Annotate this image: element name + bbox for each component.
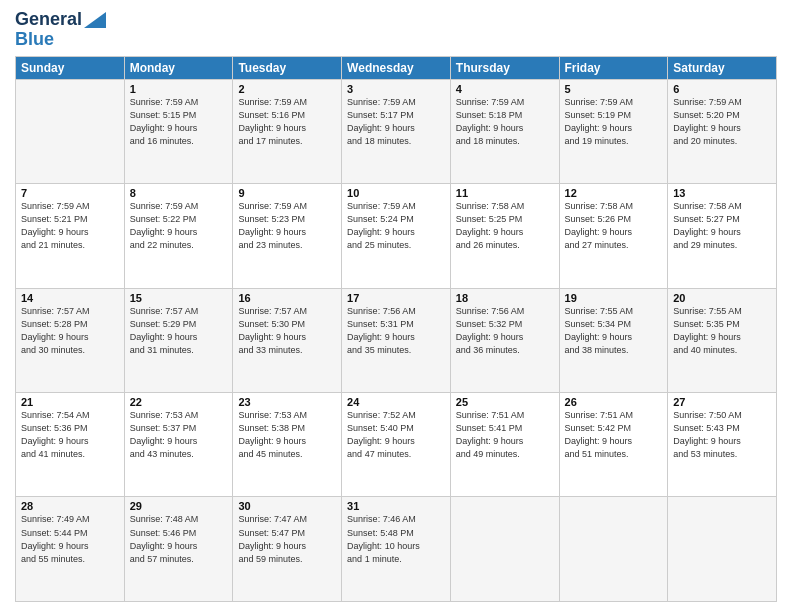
weekday-thursday: Thursday: [450, 56, 559, 79]
day-cell: 10Sunrise: 7:59 AM Sunset: 5:24 PM Dayli…: [342, 184, 451, 288]
day-info: Sunrise: 7:58 AM Sunset: 5:27 PM Dayligh…: [673, 200, 771, 252]
day-info: Sunrise: 7:48 AM Sunset: 5:46 PM Dayligh…: [130, 513, 228, 565]
day-info: Sunrise: 7:55 AM Sunset: 5:34 PM Dayligh…: [565, 305, 663, 357]
day-cell: 30Sunrise: 7:47 AM Sunset: 5:47 PM Dayli…: [233, 497, 342, 602]
day-cell: 14Sunrise: 7:57 AM Sunset: 5:28 PM Dayli…: [16, 288, 125, 392]
weekday-wednesday: Wednesday: [342, 56, 451, 79]
day-info: Sunrise: 7:58 AM Sunset: 5:26 PM Dayligh…: [565, 200, 663, 252]
day-number: 29: [130, 500, 228, 512]
day-number: 31: [347, 500, 445, 512]
day-number: 27: [673, 396, 771, 408]
day-info: Sunrise: 7:46 AM Sunset: 5:48 PM Dayligh…: [347, 513, 445, 565]
day-number: 10: [347, 187, 445, 199]
day-number: 23: [238, 396, 336, 408]
day-number: 7: [21, 187, 119, 199]
day-cell: 15Sunrise: 7:57 AM Sunset: 5:29 PM Dayli…: [124, 288, 233, 392]
day-cell: 18Sunrise: 7:56 AM Sunset: 5:32 PM Dayli…: [450, 288, 559, 392]
day-cell: 27Sunrise: 7:50 AM Sunset: 5:43 PM Dayli…: [668, 393, 777, 497]
day-cell: [16, 79, 125, 183]
day-cell: 20Sunrise: 7:55 AM Sunset: 5:35 PM Dayli…: [668, 288, 777, 392]
day-info: Sunrise: 7:49 AM Sunset: 5:44 PM Dayligh…: [21, 513, 119, 565]
day-info: Sunrise: 7:59 AM Sunset: 5:23 PM Dayligh…: [238, 200, 336, 252]
week-row-4: 28Sunrise: 7:49 AM Sunset: 5:44 PM Dayli…: [16, 497, 777, 602]
weekday-header-row: SundayMondayTuesdayWednesdayThursdayFrid…: [16, 56, 777, 79]
day-number: 4: [456, 83, 554, 95]
day-info: Sunrise: 7:53 AM Sunset: 5:37 PM Dayligh…: [130, 409, 228, 461]
day-number: 1: [130, 83, 228, 95]
week-row-0: 1Sunrise: 7:59 AM Sunset: 5:15 PM Daylig…: [16, 79, 777, 183]
day-cell: 23Sunrise: 7:53 AM Sunset: 5:38 PM Dayli…: [233, 393, 342, 497]
day-cell: [668, 497, 777, 602]
day-cell: 11Sunrise: 7:58 AM Sunset: 5:25 PM Dayli…: [450, 184, 559, 288]
day-number: 9: [238, 187, 336, 199]
day-cell: 6Sunrise: 7:59 AM Sunset: 5:20 PM Daylig…: [668, 79, 777, 183]
day-info: Sunrise: 7:59 AM Sunset: 5:19 PM Dayligh…: [565, 96, 663, 148]
day-number: 5: [565, 83, 663, 95]
svg-marker-0: [84, 12, 106, 28]
day-info: Sunrise: 7:56 AM Sunset: 5:31 PM Dayligh…: [347, 305, 445, 357]
page: General Blue SundayMondayTuesdayWednesda…: [0, 0, 792, 612]
day-cell: 21Sunrise: 7:54 AM Sunset: 5:36 PM Dayli…: [16, 393, 125, 497]
day-number: 16: [238, 292, 336, 304]
day-cell: 3Sunrise: 7:59 AM Sunset: 5:17 PM Daylig…: [342, 79, 451, 183]
week-row-1: 7Sunrise: 7:59 AM Sunset: 5:21 PM Daylig…: [16, 184, 777, 288]
day-cell: 16Sunrise: 7:57 AM Sunset: 5:30 PM Dayli…: [233, 288, 342, 392]
day-cell: [559, 497, 668, 602]
weekday-tuesday: Tuesday: [233, 56, 342, 79]
day-number: 25: [456, 396, 554, 408]
day-info: Sunrise: 7:56 AM Sunset: 5:32 PM Dayligh…: [456, 305, 554, 357]
day-info: Sunrise: 7:57 AM Sunset: 5:30 PM Dayligh…: [238, 305, 336, 357]
weekday-monday: Monday: [124, 56, 233, 79]
day-info: Sunrise: 7:54 AM Sunset: 5:36 PM Dayligh…: [21, 409, 119, 461]
day-cell: [450, 497, 559, 602]
day-number: 6: [673, 83, 771, 95]
day-info: Sunrise: 7:59 AM Sunset: 5:17 PM Dayligh…: [347, 96, 445, 148]
day-info: Sunrise: 7:59 AM Sunset: 5:16 PM Dayligh…: [238, 96, 336, 148]
day-number: 17: [347, 292, 445, 304]
logo-blue: Blue: [15, 30, 54, 50]
day-number: 3: [347, 83, 445, 95]
day-number: 30: [238, 500, 336, 512]
day-cell: 26Sunrise: 7:51 AM Sunset: 5:42 PM Dayli…: [559, 393, 668, 497]
day-number: 13: [673, 187, 771, 199]
day-number: 19: [565, 292, 663, 304]
day-cell: 31Sunrise: 7:46 AM Sunset: 5:48 PM Dayli…: [342, 497, 451, 602]
day-number: 26: [565, 396, 663, 408]
day-cell: 12Sunrise: 7:58 AM Sunset: 5:26 PM Dayli…: [559, 184, 668, 288]
day-info: Sunrise: 7:59 AM Sunset: 5:18 PM Dayligh…: [456, 96, 554, 148]
day-cell: 8Sunrise: 7:59 AM Sunset: 5:22 PM Daylig…: [124, 184, 233, 288]
day-info: Sunrise: 7:59 AM Sunset: 5:21 PM Dayligh…: [21, 200, 119, 252]
day-number: 22: [130, 396, 228, 408]
week-row-3: 21Sunrise: 7:54 AM Sunset: 5:36 PM Dayli…: [16, 393, 777, 497]
day-cell: 9Sunrise: 7:59 AM Sunset: 5:23 PM Daylig…: [233, 184, 342, 288]
day-cell: 13Sunrise: 7:58 AM Sunset: 5:27 PM Dayli…: [668, 184, 777, 288]
day-info: Sunrise: 7:51 AM Sunset: 5:42 PM Dayligh…: [565, 409, 663, 461]
day-number: 15: [130, 292, 228, 304]
day-cell: 1Sunrise: 7:59 AM Sunset: 5:15 PM Daylig…: [124, 79, 233, 183]
day-info: Sunrise: 7:52 AM Sunset: 5:40 PM Dayligh…: [347, 409, 445, 461]
weekday-sunday: Sunday: [16, 56, 125, 79]
day-cell: 22Sunrise: 7:53 AM Sunset: 5:37 PM Dayli…: [124, 393, 233, 497]
day-number: 8: [130, 187, 228, 199]
day-info: Sunrise: 7:57 AM Sunset: 5:28 PM Dayligh…: [21, 305, 119, 357]
day-info: Sunrise: 7:47 AM Sunset: 5:47 PM Dayligh…: [238, 513, 336, 565]
logo-general: General: [15, 10, 82, 30]
day-number: 2: [238, 83, 336, 95]
day-number: 24: [347, 396, 445, 408]
day-cell: 7Sunrise: 7:59 AM Sunset: 5:21 PM Daylig…: [16, 184, 125, 288]
day-number: 18: [456, 292, 554, 304]
day-cell: 28Sunrise: 7:49 AM Sunset: 5:44 PM Dayli…: [16, 497, 125, 602]
logo-icon: [84, 12, 106, 28]
day-info: Sunrise: 7:59 AM Sunset: 5:22 PM Dayligh…: [130, 200, 228, 252]
day-number: 21: [21, 396, 119, 408]
logo: General Blue: [15, 10, 106, 50]
day-info: Sunrise: 7:59 AM Sunset: 5:24 PM Dayligh…: [347, 200, 445, 252]
day-info: Sunrise: 7:59 AM Sunset: 5:20 PM Dayligh…: [673, 96, 771, 148]
week-row-2: 14Sunrise: 7:57 AM Sunset: 5:28 PM Dayli…: [16, 288, 777, 392]
day-cell: 19Sunrise: 7:55 AM Sunset: 5:34 PM Dayli…: [559, 288, 668, 392]
day-cell: 25Sunrise: 7:51 AM Sunset: 5:41 PM Dayli…: [450, 393, 559, 497]
day-info: Sunrise: 7:57 AM Sunset: 5:29 PM Dayligh…: [130, 305, 228, 357]
calendar-table: SundayMondayTuesdayWednesdayThursdayFrid…: [15, 56, 777, 602]
day-info: Sunrise: 7:51 AM Sunset: 5:41 PM Dayligh…: [456, 409, 554, 461]
day-cell: 29Sunrise: 7:48 AM Sunset: 5:46 PM Dayli…: [124, 497, 233, 602]
